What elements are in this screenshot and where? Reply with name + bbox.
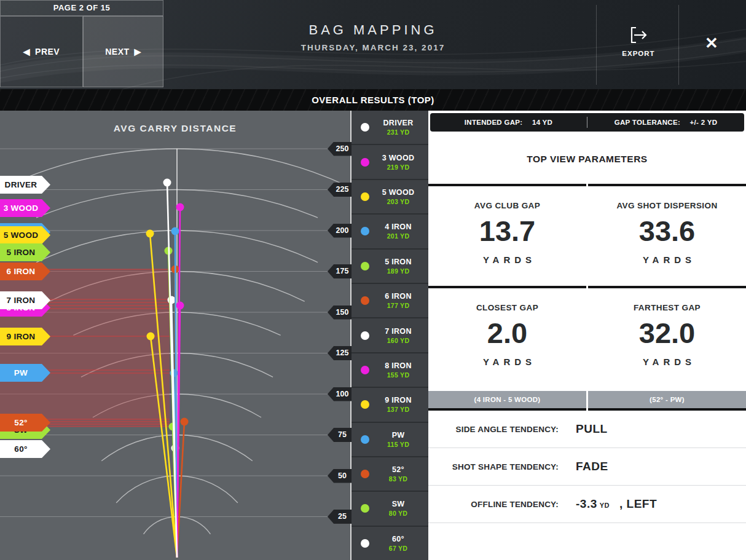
parameters-panel: INTENDED GAP: 14 YD GAP TOLERANCE: +/- 2… [428,111,746,560]
shot-shape-tendency-row: SHOT SHAPE TENDENCY: FADE [428,448,746,486]
club-name: 4 IRON [369,223,427,231]
club-list-row-52°: 52°83 YD [351,456,428,491]
next-button[interactable]: NEXT ▶ [83,16,163,87]
club-list-row-60°: 60°67 YD [351,526,428,560]
export-button[interactable]: EXPORT [607,26,670,57]
club-avg-carry: 203 YD [369,198,427,205]
chart-title: AVG CARRY DISTANCE [0,123,350,134]
stat-value: 32.0 [588,318,746,347]
avg-shot-dot-3 WOOD [176,203,184,211]
club-color-dot [361,123,369,132]
club-avg-carry: 115 YD [369,441,427,448]
stat-card-closest-gap: CLOSEST GAP 2.0 YARDS (4 IRON - 5 WOOD) [428,288,586,411]
club-list-row-4 IRON: 4 IRON201 YD [351,213,428,248]
club-name: 3 WOOD [369,154,427,162]
club-color-dot [361,366,369,374]
club-color-dot [361,158,369,167]
close-icon: ✕ [705,34,718,52]
club-avg-carry: 83 YD [369,475,427,483]
stat-unit: YARDS [588,254,746,265]
club-name: 60° [369,535,427,543]
club-list-row-DRIVER: DRIVER231 YD [351,111,428,144]
prev-button-label: PREV [35,47,60,57]
club-list-row-8 IRON: 8 IRON155 YD [351,352,428,387]
club-texts: 5 IRON189 YD [369,258,428,275]
club-avg-carry: 219 YD [369,164,427,171]
club-avg-carry: 160 YD [369,337,427,344]
tendency-label: SHOT SHAPE TENDENCY: [428,462,559,471]
offline-value: -3.3 [576,497,597,510]
stat-label: AVG SHOT DISPERSION [588,201,746,210]
stat-club-range-badge: (52° - PW) [588,391,746,408]
club-list-row-5 IRON: 5 IRON189 YD [351,248,428,283]
prev-button[interactable]: ◀ PREV [0,16,83,87]
club-tag-5 WOOD: 5 WOOD [0,226,50,244]
intended-gap-value: 14 YD [532,119,552,126]
prev-arrow-icon: ◀ [23,47,30,57]
club-avg-carry: 189 YD [369,267,427,275]
page-title: BAG MAPPING [219,22,527,38]
club-color-dot [361,296,369,305]
club-list-row-PW: PW115 YD [351,422,428,456]
club-texts: 4 IRON201 YD [369,223,428,240]
club-name: DRIVER [369,119,427,127]
tendency-label: SIDE ANGLE TENDENCY: [428,425,559,434]
club-tag-52°: 52° [0,414,50,432]
club-texts: PW115 YD [369,431,428,448]
club-name: 7 IRON [369,327,427,336]
stat-value: 13.7 [428,216,586,245]
club-texts: 5 WOOD203 YD [369,188,428,205]
club-tag-3 WOOD: 3 WOOD [0,199,50,217]
club-name: 8 IRON [369,361,427,370]
club-tag-DRIVER: DRIVER [0,176,50,194]
club-color-dot [361,400,369,409]
avg-shot-dot-DRIVER [163,179,171,187]
club-texts: SW80 YD [369,500,428,517]
club-tag-5 IRON: 5 IRON [0,243,50,261]
header-divider [596,5,597,85]
parameters-title: TOP VIEW PARAMETERS [428,154,746,165]
club-texts: 60°67 YD [369,535,428,552]
content: AVG CARRY DISTANCE DRIVER3 WOOD5 WOOD4 I… [0,111,746,560]
stat-unit: YARDS [428,357,586,367]
stat-card-farthest-gap: FARTHEST GAP 32.0 YARDS (52° - PW) [588,288,746,411]
club-texts: 6 IRON177 YD [369,292,428,309]
club-avg-carry: 155 YD [369,371,427,379]
stat-value: 33.6 [588,216,746,245]
bag-mapping-screen: PAGE 2 OF 15 ◀ PREV NEXT ▶ BAG MAPPING T… [0,0,746,560]
stat-label: AVG CLUB GAP [428,201,586,210]
club-name: 52° [369,465,427,474]
tendency-value: PULL [576,422,608,436]
close-button[interactable]: ✕ [694,31,729,55]
club-list-row-SW: SW80 YD [351,491,428,525]
stat-label: CLOSEST GAP [428,303,586,312]
club-texts: 8 IRON155 YD [369,361,428,379]
club-legend-list: DRIVER231 YD3 WOOD219 YD5 WOOD203 YD4 IR… [351,111,428,560]
avg-shot-dot-4 IRON [171,227,179,235]
club-texts: 9 IRON137 YD [369,396,428,413]
club-list-row-7 IRON: 7 IRON160 YD [351,317,428,352]
tendency-value: -3.3YD, LEFT [576,497,657,511]
club-avg-carry: 67 YD [369,545,427,552]
stat-unit: YARDS [588,357,746,367]
club-avg-carry: 137 YD [369,406,427,413]
chart-canvas [0,111,350,560]
gap-tolerance-label: GAP TOLERANCE: [614,119,680,126]
club-texts: 3 WOOD219 YD [369,154,428,171]
club-list-row-5 WOOD: 5 WOOD203 YD [351,179,428,213]
club-name: 9 IRON [369,396,427,404]
club-color-dot [361,192,369,201]
club-tag-60°: 60° [0,440,50,458]
club-avg-carry: 80 YD [369,510,427,517]
tendencies: SIDE ANGLE TENDENCY: PULL SHOT SHAPE TEN… [428,411,746,523]
club-avg-carry: 201 YD [369,232,427,240]
intended-gap-label: INTENDED GAP: [465,119,523,126]
club-avg-carry: 177 YD [369,302,427,309]
club-color-dot [361,470,369,478]
club-name: 5 IRON [369,258,427,266]
avg-shot-dot-5 WOOD [146,230,154,238]
session-date: THURSDAY, MARCH 23, 2017 [219,43,527,52]
club-color-dot [361,227,369,235]
carry-distance-chart: AVG CARRY DISTANCE DRIVER3 WOOD5 WOOD4 I… [0,111,351,560]
stats-grid: AVG CLUB GAP 13.7 YARDS AVG SHOT DISPERS… [428,184,746,411]
